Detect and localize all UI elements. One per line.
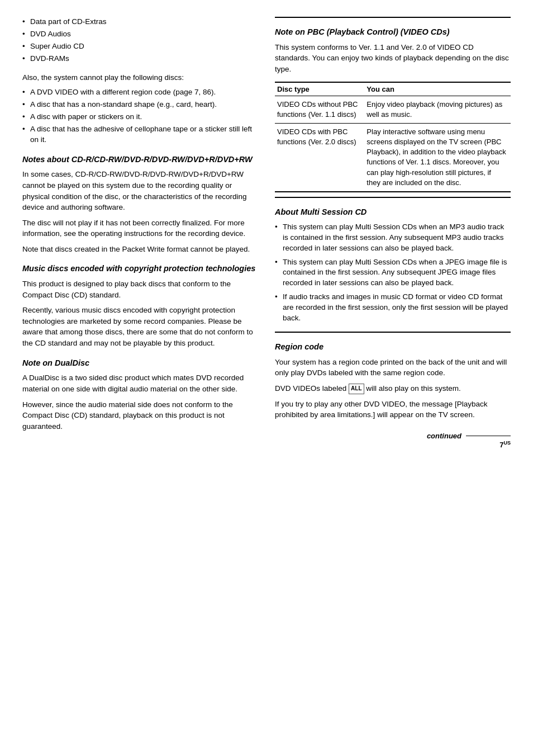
continued-rule — [466, 436, 511, 436]
pbc-intro: This system conforms to Ver. 1.1 and Ver… — [275, 42, 511, 75]
table-header-you-can: You can — [364, 82, 511, 96]
continued-line: continued — [275, 432, 511, 440]
notes-cd-para1: In some cases, CD-R/CD-RW/DVD-R/DVD-RW/D… — [22, 169, 258, 212]
multi-session-heading: About Multi Session CD — [275, 207, 511, 218]
multi-session-item-3: If audio tracks and images in music CD f… — [275, 292, 511, 324]
multi-session-item-1: This system can play Multi Session CDs w… — [275, 222, 511, 254]
page-number: 7US — [275, 440, 511, 449]
notes-cd-para2: The disc will not play if it has not bee… — [22, 218, 258, 239]
right-column: Note on PBC (Playback Control) (VIDEO CD… — [275, 17, 511, 449]
continued-label: continued — [427, 432, 461, 440]
disc-type-cell-1: VIDEO CDs without PBC functions (Ver. 1.… — [275, 96, 364, 123]
bullet-item-3: Super Audio CD — [22, 41, 258, 52]
dual-disc-para1: A DualDisc is a two sided disc product w… — [22, 372, 258, 394]
cannot-play-item-1: A DVD VIDEO with a different region code… — [22, 87, 258, 98]
table-row-1: VIDEO CDs without PBC functions (Ver. 1.… — [275, 96, 511, 123]
multi-session-item-2: This system can play Multi Session CDs w… — [275, 257, 511, 289]
bullet-item-2: DVD Audios — [22, 29, 258, 40]
region-icon: ALL — [349, 384, 364, 394]
region-code-para2-after: will also play on this system. — [364, 384, 461, 393]
disc-type-cell-2: VIDEO CDs with PBC functions (Ver. 2.0 d… — [275, 123, 364, 192]
music-discs-para2: Recently, various music discs encoded wi… — [22, 305, 258, 348]
cannot-play-item-3: A disc with paper or stickers on it. — [22, 112, 258, 122]
table-header-disc-type: Disc type — [275, 82, 364, 96]
notes-cd-heading: Notes about CD-R/CD-RW/DVD-R/DVD-RW/DVD+… — [22, 154, 258, 165]
dual-disc-heading: Note on DualDisc — [22, 358, 258, 368]
music-discs-heading: Music discs encoded with copyright prote… — [22, 263, 258, 274]
region-code-para1: Your system has a region code printed on… — [275, 357, 511, 379]
pbc-heading: Note on PBC (Playback Control) (VIDEO CD… — [275, 27, 511, 37]
pbc-top-divider — [275, 17, 511, 18]
pbc-table: Disc type You can VIDEO CDs without PBC … — [275, 82, 511, 193]
cannot-play-item-4: A disc that has the adhesive of cellopha… — [22, 124, 258, 145]
bullet-item-1: Data part of CD-Extras — [22, 17, 258, 27]
also-text: Also, the system cannot play the followi… — [22, 72, 258, 83]
dual-disc-para2: However, since the audio material side d… — [22, 399, 258, 432]
you-can-cell-1: Enjoy video playback (moving pictures) a… — [364, 96, 511, 123]
region-code-para2: DVD VIDEOs labeled ALL will also play on… — [275, 383, 511, 394]
cannot-play-list: A DVD VIDEO with a different region code… — [22, 87, 258, 145]
music-discs-para1: This product is designed to play back di… — [22, 278, 258, 300]
region-code-para3: If you try to play any other DVD VIDEO, … — [275, 399, 511, 420]
region-code-top-divider — [275, 332, 511, 333]
region-code-heading: Region code — [275, 342, 511, 352]
notes-cd-para3: Note that discs created in the Packet Wr… — [22, 244, 258, 255]
left-column: Data part of CD-Extras DVD Audios Super … — [22, 17, 258, 449]
cannot-play-item-2: A disc that has a non-standard shape (e.… — [22, 100, 258, 110]
intro-bullets-section: Data part of CD-Extras DVD Audios Super … — [22, 17, 258, 145]
region-code-para2-before: DVD VIDEOs labeled — [275, 384, 349, 393]
you-can-cell-2: Play interactive software using menu scr… — [364, 123, 511, 192]
table-row-2: VIDEO CDs with PBC functions (Ver. 2.0 d… — [275, 123, 511, 192]
bullet-item-4: DVD-RAMs — [22, 54, 258, 64]
intro-bullet-list: Data part of CD-Extras DVD Audios Super … — [22, 17, 258, 64]
multi-session-list: This system can play Multi Session CDs w… — [275, 222, 511, 324]
page-container: Data part of CD-Extras DVD Audios Super … — [22, 17, 511, 449]
multi-session-top-divider — [275, 197, 511, 198]
